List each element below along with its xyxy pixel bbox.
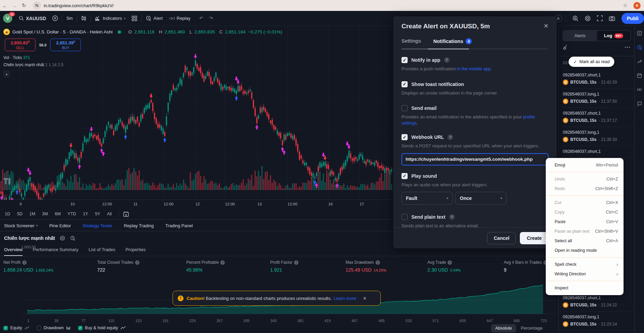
create-button[interactable]: Create: [520, 232, 548, 244]
cancel-button[interactable]: Cancel: [487, 232, 516, 244]
forward-icon[interactable]: →: [10, 3, 19, 9]
volume-legend[interactable]: Vol · Ticks 371: [3, 55, 30, 60]
info-icon[interactable]: i: [220, 260, 225, 265]
caution-close-icon[interactable]: ✕: [363, 296, 367, 301]
strategy-tab-performance-summary[interactable]: Performance Summary: [33, 247, 78, 256]
menu-item-emoji[interactable]: EmojiWin+Period: [546, 160, 624, 170]
info-icon[interactable]: i: [376, 260, 380, 265]
collapse-legend-button[interactable]: ▴: [3, 71, 10, 77]
screenshot-button[interactable]: [606, 13, 618, 24]
log-entry[interactable]: 0928546037,short,1BBTCUSD, 15s· 21:24:22: [559, 292, 635, 312]
menu-item-spell-check[interactable]: Spell check›: [546, 260, 624, 269]
webhook-checkbox[interactable]: ✓: [401, 134, 408, 140]
compare-add-button[interactable]: [49, 13, 61, 24]
strategy-tab-list-of-trades[interactable]: List of Trades: [89, 247, 115, 256]
panel-tab-pine-editor[interactable]: Pine Editor: [49, 223, 71, 228]
go-to-date-icon[interactable]: [123, 211, 129, 217]
redo-button[interactable]: ↷: [206, 13, 216, 24]
range-ytd[interactable]: YTD: [65, 210, 79, 218]
range-1m[interactable]: 1M: [27, 210, 38, 218]
menu-item-copy[interactable]: CopyCtrl+C: [546, 207, 624, 217]
absolute-scale-button[interactable]: Absolute: [491, 324, 516, 332]
menu-item-open-in-reading-mode[interactable]: Open in reading mode: [546, 246, 624, 255]
menu-item-paste[interactable]: PasteCtrl+V: [546, 217, 624, 227]
publish-button[interactable]: Publi: [621, 13, 644, 24]
range-6m[interactable]: 6M: [52, 210, 63, 218]
menu-item-redo[interactable]: RedoCtrl+Shift+Z: [546, 184, 624, 193]
interval-button[interactable]: 5m: [63, 13, 76, 24]
panel-tab-stock-screener[interactable]: Stock Screener▾: [4, 223, 38, 228]
sound-tone-select[interactable]: Fault ▾: [401, 192, 453, 205]
back-icon[interactable]: ←: [0, 3, 10, 9]
webhook-url-input[interactable]: https://chuyenlenhtradingviewsangmt5.com…: [401, 153, 548, 165]
sell-button[interactable]: 2,650.830 SELL: [5, 39, 35, 51]
quick-search-button[interactable]: [569, 13, 582, 24]
undo-button[interactable]: ↶: [196, 13, 206, 24]
info-icon[interactable]: i: [135, 260, 140, 265]
panel-tab-strategy-tester[interactable]: Strategy Tester: [83, 223, 112, 228]
replay-button[interactable]: ◁◁ Replay: [166, 13, 193, 24]
log-entry[interactable]: 0928546037,long,1BBTCUSD, 15s· 21:23:14: [559, 312, 635, 331]
ideas-icon[interactable]: [637, 87, 642, 92]
bookmark-star-icon[interactable]: ☆: [620, 2, 630, 9]
reload-icon[interactable]: ↻: [19, 2, 29, 9]
send-email-checkbox[interactable]: [401, 105, 408, 111]
log-entry[interactable]: 0928546037,long,1BBTCUSD, 15s· 21:35:33: [559, 127, 635, 146]
toast-checkbox[interactable]: ✓: [401, 81, 408, 87]
info-icon[interactable]: i: [294, 260, 298, 265]
panel-tab-trading-panel[interactable]: Trading Panel: [165, 223, 193, 228]
range-1y[interactable]: 1Y: [80, 210, 91, 218]
log-entry[interactable]: 0928546037,short,1BBTCUSD, 15s· 21:41:33: [559, 70, 635, 89]
alert-button[interactable]: Alert: [143, 13, 166, 24]
mark-all-read-button[interactable]: ✓ Mark all as read: [569, 57, 614, 67]
menu-item-select-all[interactable]: Select allCtrl+A: [546, 236, 624, 246]
buyhold-checkbox[interactable]: [78, 326, 83, 330]
strategy-overlay-legend[interactable]: Chiến lược mạnh nhất 1 1 14 2.5: [3, 62, 63, 67]
site-info-icon[interactable]: [33, 1, 41, 10]
layout-grid-button[interactable]: [129, 13, 140, 24]
settings-button[interactable]: [582, 13, 594, 24]
clear-log-broom-icon[interactable]: [563, 44, 569, 52]
log-entry[interactable]: 0928546037,long,1BBTCUSD, 15s· 21:37:50: [559, 89, 635, 108]
equity-legend-item[interactable]: Equity: [3, 325, 29, 330]
mobile-app-link[interactable]: in the mobile app: [457, 66, 491, 71]
alerts-panel-icon[interactable]: [637, 45, 642, 50]
sound-duration-select[interactable]: Once ▾: [455, 192, 507, 205]
range-all[interactable]: All: [104, 210, 115, 218]
strategy-tab-properties[interactable]: Properties: [126, 247, 146, 256]
log-entry[interactable]: 0928546037,short,1: [559, 146, 635, 158]
buy-button[interactable]: 2,651.390 BUY: [50, 39, 81, 51]
panel-tab-replay-trading[interactable]: Replay Trading: [124, 223, 153, 228]
tab-settings[interactable]: Settings: [401, 38, 421, 44]
fullscreen-button[interactable]: [594, 13, 606, 24]
buyhold-legend-item[interactable]: Buy & hold equity: [78, 325, 126, 330]
range-5y[interactable]: 5Y: [92, 210, 103, 218]
dialog-close-icon[interactable]: ✕: [544, 23, 548, 30]
percentage-scale-button[interactable]: Percentage: [521, 326, 543, 331]
menu-item-writing-direction[interactable]: Writing Direction›: [546, 269, 624, 279]
log-menu-dots-icon[interactable]: •••: [625, 45, 631, 49]
strategy-title[interactable]: Chiến lược mạnh nhất: [4, 235, 55, 241]
calendar-icon[interactable]: [637, 73, 642, 78]
learn-more-link[interactable]: Learn more: [334, 296, 356, 301]
chart-style-button[interactable]: [78, 13, 89, 24]
url-text[interactable]: in.tradingview.com/chart/R9kpkkzV/: [44, 3, 114, 8]
question-icon[interactable]: ?: [449, 214, 455, 220]
info-icon[interactable]: i: [22, 260, 27, 265]
play-sound-checkbox[interactable]: ✓: [401, 173, 408, 179]
menu-item-paste-as-plain-text[interactable]: Paste as plain textCtrl+Shift+V: [546, 227, 624, 236]
equity-checkbox[interactable]: [3, 326, 8, 330]
menu-item-undo[interactable]: UndoCtrl+Z: [546, 174, 624, 184]
hotlists-icon[interactable]: [637, 59, 642, 64]
range-3m[interactable]: 3M: [39, 210, 50, 218]
range-5d[interactable]: 5D: [14, 210, 25, 218]
symbol-search-button[interactable]: XAUUSD: [16, 13, 49, 24]
watchlist-icon[interactable]: [637, 31, 642, 36]
range-1d[interactable]: 1D: [2, 210, 13, 218]
tv-logo[interactable]: V 11: [3, 14, 12, 23]
strategy-settings-icon[interactable]: [60, 235, 65, 241]
log-entry[interactable]: 0928546037,short,1BBTCUSD, 15s· 21:37:17: [559, 108, 635, 127]
menu-item-cut[interactable]: CutCtrl+X: [546, 198, 624, 207]
chat-icon[interactable]: [637, 101, 642, 106]
question-icon[interactable]: ?: [444, 57, 450, 63]
